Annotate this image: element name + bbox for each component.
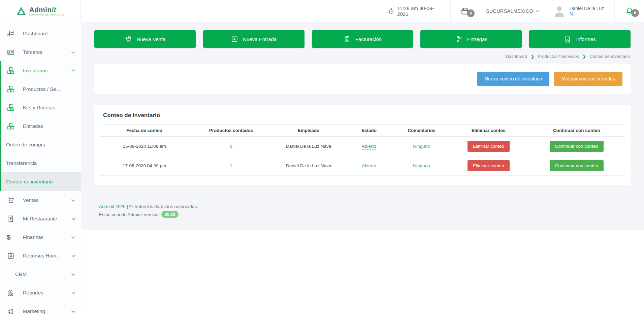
footer-brand-link[interactable]: Adminit [99,204,114,209]
sidebar-item-dashboard[interactable]: Dashboard [0,24,81,43]
cell-products: 1 [189,156,273,176]
continue-count-button[interactable]: Continuar con conteo [550,160,604,171]
invoice-icon: $ [343,35,351,43]
header-calendar-button[interactable]: 0 [450,0,479,22]
sidebar-item-terceros[interactable]: Terceros [0,43,81,61]
sidebar-item-label: Inventarios [23,68,72,73]
sidebar-item-marketing[interactable]: Marketing [0,302,81,315]
sidebar-item-label: Orden de compra [6,142,75,147]
reports-button[interactable]: Informes [529,30,631,48]
sidebar-item-label: Marketing [23,308,72,314]
sidebar-item-finanzas[interactable]: $ Finanzas [0,228,81,246]
delete-count-button[interactable]: Eliminar conteo [468,160,510,171]
notifications-button[interactable]: 0 [614,0,644,22]
avatar [553,4,566,19]
sidebar-item-transferencia[interactable]: Transferencia [1,154,81,172]
table-row: 17-06-2020 04:39 pm 1 Daniel De la Luz N… [100,156,625,176]
bar-chart-icon [7,289,15,297]
chevron-right-icon: ❯ [582,54,586,59]
dollar-icon: $ [7,233,15,241]
brand-tagline: SOFTWARE DE NEGOCIOS [29,14,64,16]
chevron-down-icon [71,290,75,294]
delete-count-button[interactable]: Eliminar conteo [468,141,510,152]
branch-selector[interactable]: SUCURSALMEXICO [479,0,546,22]
footer: Adminit 2020 | © Todos los derechos rese… [99,204,631,220]
brand-name-accent: it [52,6,56,13]
chevron-down-icon [71,309,75,312]
table-header-row: Fecha de conteo Productos contados Emple… [100,125,625,137]
version-badge: 20.03 [161,211,179,218]
footer-copyright-text: 2020 | © Todos los derechos reservados. [116,204,198,209]
sidebar-item-inventarios[interactable]: Inventarios [1,61,81,80]
content-wrapper: Nueva Venta Nueva Entrada $ Facturación … [81,22,644,230]
user-name: Daniel De la Luz N. [570,6,608,16]
table-title: Conteo de inventario [103,112,625,119]
breadcrumb-dashboard[interactable]: Dashboard [506,54,527,59]
breadcrumb-productos-servicios[interactable]: Productos / Servicios [538,54,579,59]
delivery-person-icon [455,35,463,43]
status-link[interactable]: Abierto [362,163,376,169]
plus-square-icon [231,35,238,43]
cell-date: 15-09-2020 11:08 am [100,137,189,156]
table-row: 15-09-2020 11:08 am 0 Daniel De la Luz N… [100,137,625,156]
calendar-badge: 0 [467,9,475,17]
new-entry-button[interactable]: Nueva Entrada [203,30,304,48]
chevron-down-icon [71,253,75,257]
footer-version-text: Estás usando Adminit versión [99,212,159,217]
sidebar-item-mi-restaurante[interactable]: Mi Restaurante [0,209,81,228]
main-area: Nueva Venta Nueva Entrada $ Facturación … [81,22,644,230]
sidebar-item-recursos-humanos[interactable]: Recursos Hum... [0,246,81,265]
show-closed-counts-button[interactable]: Mostrar conteos cerrados [554,72,622,86]
user-menu[interactable]: Daniel De la Luz N. [546,0,614,22]
sidebar-item-label: CRM [15,271,72,277]
button-label: Informes [576,36,595,42]
quick-actions-row: Nueva Venta Nueva Entrada $ Facturación … [94,30,631,48]
sidebar-item-orden-de-compra[interactable]: Orden de compra [1,135,81,154]
invoicing-button[interactable]: $ Facturación [312,30,413,48]
cell-date: 17-06-2020 04:39 pm [100,156,189,176]
boxes-icon [7,85,15,93]
button-label: Nueva Venta [136,36,165,42]
sidebar-item-conteo-de-inventario[interactable]: Conteo de inventario [1,172,81,191]
adminit-triangle-logo-icon [16,6,26,16]
sidebar-item-entradas[interactable]: Entradas [1,117,81,135]
sidebar-item-crm[interactable]: CRM [0,265,81,283]
inventory-count-panel: Conteo de inventario Fecha de conteo Pro… [94,105,631,185]
sidebar-item-label: Dashboard [23,31,75,36]
count-actions-panel: Nuevo conteo de inventario Mostrar conte… [94,64,631,94]
sidebar-item-productos-servicios[interactable]: Productos / Se... [1,80,81,98]
button-label: Facturación [355,36,382,42]
sidebar-item-label: Entradas [23,123,75,129]
brand-name: Admin [29,6,52,13]
sidebar-item-reportes[interactable]: Reportes [0,283,81,302]
id-card-icon [7,48,15,56]
brand-logo[interactable]: Adminit SOFTWARE DE NEGOCIOS [0,0,81,22]
cart-plus-icon [124,35,132,43]
col-continuar: Continuar con conteo [528,125,625,137]
sidebar-item-label: Finanzas [23,234,72,240]
new-count-button[interactable]: Nuevo conteo de inventario [477,72,549,86]
chevron-right-icon: ❯ [531,54,534,59]
chevron-down-icon [536,8,540,12]
deliveries-button[interactable]: Entregas [420,30,522,48]
receipt-icon [7,215,15,223]
cell-comments: Ninguno [413,163,430,168]
datetime-text: 11:28 am 30-09-2021 [397,5,444,17]
continue-count-button[interactable]: Continuar con conteo [550,141,604,152]
sidebar-item-label: Ventas [23,197,72,203]
cell-products: 0 [189,137,273,156]
col-empleado: Empleado [273,125,344,137]
megaphone-icon [7,307,15,315]
report-doc-icon [564,35,572,43]
status-link[interactable]: Abierto [362,144,376,150]
chevron-down-icon [71,198,75,201]
inventory-count-table: Fecha de conteo Productos contados Emple… [100,124,625,176]
footer-copyright: Adminit 2020 | © Todos los derechos rese… [99,204,631,209]
sidebar-item-label: Reportes [23,290,72,295]
sidebar-item-label: Recursos Hum... [23,253,72,258]
sidebar-item-ventas[interactable]: Ventas [0,191,81,209]
brand-logo-text: Adminit SOFTWARE DE NEGOCIOS [29,6,64,16]
sidebar-item-kits-recetas[interactable]: Kits y Recetas [1,98,81,117]
col-fecha: Fecha de conteo [100,125,189,137]
new-sale-button[interactable]: Nueva Venta [94,30,196,48]
